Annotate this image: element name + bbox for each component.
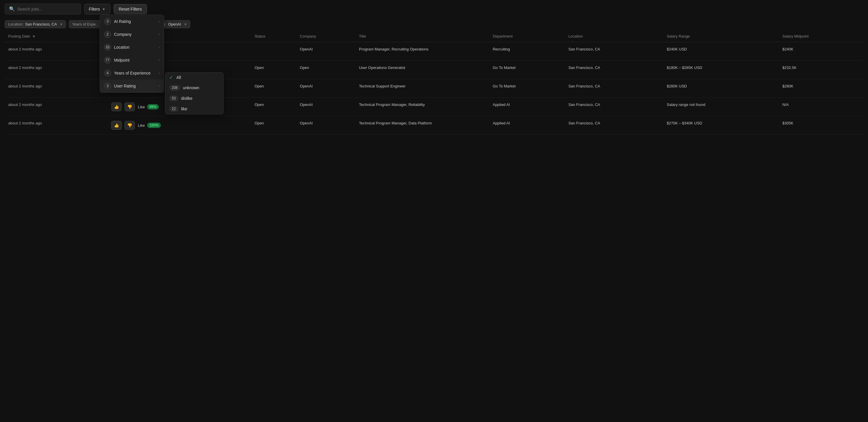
plus-icon: ＋	[102, 6, 106, 12]
filter-dropdown: 3 AI Rating › 2 Company › 33 Location › …	[100, 15, 164, 93]
cell-posting-date: about 2 months ago	[5, 61, 108, 79]
search-box[interactable]: 🔍	[5, 3, 81, 15]
chevron-right-icon: ›	[158, 84, 160, 88]
years-exp-label: Years of Experience	[114, 71, 151, 76]
cell-company: OpenAI	[296, 42, 355, 61]
cell-salary-midpoint: N/A	[779, 98, 863, 116]
filter-item-ai-rating[interactable]: 3 AI Rating ›	[100, 15, 164, 28]
dislike-count: 53	[169, 96, 178, 101]
cell-status: Open	[251, 79, 296, 98]
chevron-right-icon: ›	[158, 32, 160, 36]
cell-salary-midpoint: $232.5K	[779, 61, 863, 79]
submenu-item-all[interactable]: ✓ All	[165, 73, 223, 82]
cell-location: San Francisco, CA	[565, 42, 663, 61]
filter-item-user-rating[interactable]: 3 User Rating ›	[100, 80, 164, 92]
thumbs-down-button[interactable]: 👎	[125, 121, 135, 130]
user-rating-submenu: ✓ All 208 unknown 53 dislike 22 like	[165, 72, 224, 114]
cell-posting-date: about 2 months ago	[5, 42, 108, 61]
cell-location: San Francisco, CA	[565, 98, 663, 116]
check-icon: ✓	[169, 75, 173, 80]
chip-location-close[interactable]: ✕	[60, 22, 63, 26]
chip-company-close[interactable]: ✕	[184, 22, 187, 26]
cell-posting-date: about 2 months ago	[5, 116, 108, 135]
col-salary-range: Salary Range	[663, 30, 779, 42]
cell-salary-range: $280K USD	[663, 79, 779, 98]
cell-company: OpenAI	[296, 116, 355, 135]
search-input[interactable]	[17, 7, 76, 11]
score-badge: 100%	[147, 123, 161, 128]
thumbs-up-button[interactable]: 👍	[111, 103, 122, 111]
cell-department: Applied AI	[489, 98, 565, 116]
cell-salary-range: $240K USD	[663, 42, 779, 61]
cell-salary-range: Salary range not found	[663, 98, 779, 116]
cell-title: Technical Support Engineer	[355, 79, 489, 98]
cell-salary-midpoint: $305K	[779, 116, 863, 135]
chip-location-label: Location:	[8, 22, 24, 26]
submenu-item-unknown[interactable]: 208 unknown	[165, 82, 223, 93]
location-count: 33	[104, 44, 111, 51]
filter-item-midpoint[interactable]: 77 Midpoint ›	[100, 54, 164, 66]
filters-label: Filters	[89, 7, 100, 11]
col-title: Title	[355, 30, 489, 42]
submenu-item-like[interactable]: 22 like	[165, 104, 223, 114]
filter-item-years-exp[interactable]: 4 Years of Experience ›	[100, 66, 164, 80]
years-exp-count: 4	[104, 69, 111, 77]
submenu-unknown-label: unknown	[183, 85, 199, 90]
cell-posting-date: about 2 months ago	[5, 98, 108, 116]
filters-button[interactable]: Filters ＋	[84, 4, 110, 15]
like-label: Like	[138, 123, 145, 128]
cell-status: Open	[251, 98, 296, 116]
submenu-like-label: like	[181, 107, 187, 111]
cell-location: San Francisco, CA	[565, 116, 663, 135]
filter-item-location[interactable]: 33 Location ›	[100, 41, 164, 54]
midpoint-label: Midpoint	[114, 58, 129, 62]
col-department: Department	[489, 30, 565, 42]
cell-salary-midpoint: $240K	[779, 42, 863, 61]
reset-filters-button[interactable]: Reset Filters	[114, 4, 147, 14]
filter-item-company[interactable]: 2 Company ›	[100, 28, 164, 41]
top-bar: 🔍 Filters ＋ Reset Filters 3 AI Rating › …	[0, 0, 868, 18]
chevron-right-icon: ›	[158, 19, 160, 24]
chevron-right-icon: ›	[158, 71, 160, 75]
like-label: Like	[138, 105, 145, 109]
chevron-right-icon: ›	[158, 58, 160, 62]
thumbs-down-button[interactable]: 👎	[125, 103, 135, 111]
cell-department: Go To Market	[489, 61, 565, 79]
unknown-count: 208	[169, 85, 180, 90]
cell-my-rating: 👍👎Like100%	[108, 116, 251, 135]
thumbs-up-button[interactable]: 👍	[111, 121, 122, 130]
user-rating-label: User Rating	[114, 84, 136, 88]
location-label: Location	[114, 45, 129, 50]
ai-rating-count: 3	[104, 18, 111, 25]
col-location: Location	[565, 30, 663, 42]
cell-status	[251, 42, 296, 61]
chip-company-value: OpenAI	[168, 22, 181, 26]
cell-department: Go To Market	[489, 79, 565, 98]
cell-status: Open	[251, 61, 296, 79]
cell-title: Technical Program Manager, Reliability	[355, 98, 489, 116]
table-row: about 2 months ago👍👎Like100%OpenOpenAITe…	[5, 116, 863, 135]
submenu-dislike-label: dislike	[181, 96, 192, 101]
cell-company: OpenAI	[296, 79, 355, 98]
table-row: about 2 months ago👍👎Like99%OpenOpenAITec…	[5, 98, 863, 116]
cell-location: San Francisco, CA	[565, 61, 663, 79]
cell-location: San Francisco, CA	[565, 79, 663, 98]
cell-salary-range: $180K – $285K USD	[663, 61, 779, 79]
col-company: Company	[296, 30, 355, 42]
cell-title: Program Manager, Recruiting Operations	[355, 42, 489, 61]
cell-department: Applied AI	[489, 116, 565, 135]
cell-company: OpenAI	[296, 98, 355, 116]
cell-posting-date: about 2 months ago	[5, 79, 108, 98]
company-count: 2	[104, 31, 111, 38]
like-count: 22	[169, 106, 178, 112]
cell-company: Open	[296, 61, 355, 79]
col-posting-date[interactable]: Posting Date ▼	[5, 30, 108, 42]
cell-title: User Operations Generalist	[355, 61, 489, 79]
midpoint-count: 77	[104, 57, 111, 64]
chip-years-exp-label: Years of Expe...	[72, 22, 99, 26]
cell-title: Technical Program Manager, Data Platform	[355, 116, 489, 135]
chevron-right-icon: ›	[158, 45, 160, 49]
ai-rating-label: AI Rating	[114, 19, 131, 24]
submenu-item-dislike[interactable]: 53 dislike	[165, 93, 223, 104]
cell-salary-midpoint: $280K	[779, 79, 863, 98]
